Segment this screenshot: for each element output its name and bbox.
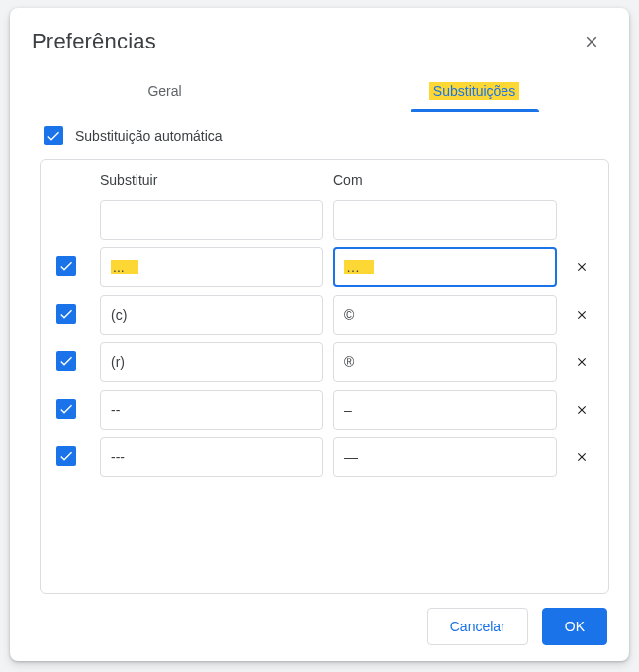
remove-icon — [575, 260, 589, 274]
remove-icon — [575, 450, 589, 464]
tab-general-label: Geral — [147, 83, 181, 99]
preferences-dialog: Preferências Geral Substituições Substit… — [10, 8, 629, 661]
tab-substitutions[interactable]: Substituições — [320, 71, 629, 112]
delete-row-button[interactable] — [567, 252, 596, 282]
remove-icon — [575, 355, 589, 369]
ok-label: OK — [565, 619, 585, 634]
highlight-mark: ... — [111, 260, 138, 274]
row-checkbox[interactable] — [56, 399, 76, 419]
table-row — [56, 342, 600, 382]
highlight-mark: … — [344, 260, 374, 274]
row-checkbox[interactable] — [56, 446, 76, 466]
close-button[interactable] — [576, 26, 607, 57]
with-input[interactable] — [333, 295, 557, 335]
with-input[interactable] — [333, 200, 557, 240]
replace-input[interactable]: ... — [100, 247, 323, 287]
auto-sub-row: Substituição automática — [40, 126, 615, 145]
close-icon — [583, 33, 600, 50]
table-row: ...… — [56, 247, 600, 287]
with-input[interactable] — [333, 342, 557, 382]
delete-row-button[interactable] — [567, 442, 596, 472]
with-input[interactable] — [333, 437, 557, 477]
check-icon — [58, 306, 74, 322]
remove-icon — [575, 403, 589, 417]
table-row — [56, 437, 600, 477]
substitution-list[interactable]: Substituir Com ...… — [41, 160, 608, 593]
delete-row-button[interactable] — [567, 347, 596, 377]
substitution-list-frame: Substituir Com ...… — [40, 159, 609, 594]
dialog-footer: Cancelar OK — [10, 594, 629, 661]
header-replace: Substituir — [100, 172, 323, 192]
header-with: Com — [333, 172, 557, 192]
auto-sub-label: Substituição automática — [75, 128, 223, 144]
tab-general[interactable]: Geral — [10, 71, 320, 112]
replace-input[interactable] — [100, 390, 323, 430]
table-row — [56, 200, 600, 240]
dialog-body: Substituição automática Substituir Com .… — [10, 112, 629, 594]
dialog-header: Preferências — [10, 8, 629, 65]
check-icon — [46, 128, 61, 144]
remove-icon — [575, 308, 589, 322]
row-checkbox[interactable] — [56, 304, 76, 324]
ok-button[interactable]: OK — [542, 608, 607, 645]
cancel-label: Cancelar — [450, 619, 505, 634]
delete-row-button[interactable] — [567, 300, 596, 330]
replace-input[interactable] — [100, 295, 323, 335]
check-icon — [58, 258, 74, 274]
check-icon — [58, 401, 74, 417]
dialog-title: Preferências — [32, 29, 576, 54]
replace-input[interactable] — [100, 200, 323, 240]
with-input[interactable] — [333, 390, 557, 430]
check-icon — [58, 353, 74, 369]
delete-row-button[interactable] — [567, 395, 596, 425]
row-checkbox[interactable] — [56, 256, 76, 276]
table-row — [56, 295, 600, 335]
table-row — [56, 390, 600, 430]
replace-input[interactable] — [100, 437, 323, 477]
row-checkbox[interactable] — [56, 351, 76, 371]
list-header: Substituir Com — [56, 172, 600, 192]
tab-substitutions-label: Substituições — [429, 82, 519, 100]
replace-input[interactable] — [100, 342, 323, 382]
check-icon — [58, 448, 74, 464]
cancel-button[interactable]: Cancelar — [427, 608, 528, 645]
with-input[interactable]: … — [333, 247, 557, 287]
auto-sub-checkbox[interactable] — [44, 126, 63, 145]
tabs: Geral Substituições — [10, 71, 629, 112]
